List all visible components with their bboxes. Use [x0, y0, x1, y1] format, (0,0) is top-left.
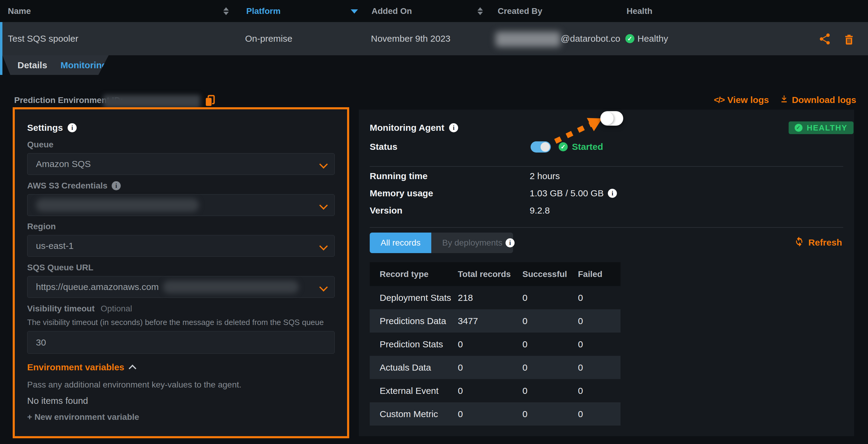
refresh-icon: [794, 236, 805, 249]
th-total-records: Total records: [458, 262, 511, 286]
caret-down-icon[interactable]: [351, 9, 358, 13]
refresh-label: Refresh: [808, 237, 842, 248]
environment-row[interactable]: Test SQS spooler On-premise November 9th…: [0, 22, 868, 55]
toggle-knob: [601, 112, 614, 125]
cell-total: 0: [458, 356, 463, 379]
region-select[interactable]: us-east-1: [27, 235, 335, 257]
th-failed: Failed: [578, 262, 602, 286]
info-icon[interactable]: [505, 238, 515, 247]
optional-tag: Optional: [101, 304, 132, 313]
column-header-platform[interactable]: Platform: [246, 0, 281, 22]
chevron-down-icon: [319, 160, 328, 169]
copy-icon[interactable]: [204, 94, 216, 108]
environment-name-link[interactable]: Test SQS spooler: [8, 22, 78, 55]
environment-variables-toggle[interactable]: Environment variables: [27, 362, 335, 373]
cell-failed: 0: [578, 356, 583, 379]
chevron-up-icon: [129, 364, 136, 372]
created-by-suffix: @datarobot.co: [561, 22, 620, 55]
table-row: Actuals Data 0 0 0: [370, 356, 621, 379]
trash-icon[interactable]: [843, 33, 855, 45]
cell-record-type: Prediction Stats: [380, 332, 443, 356]
sqs-url-redacted: [163, 280, 299, 293]
toggle-annotation[interactable]: [600, 111, 623, 126]
table-row: Deployment Stats 218 0 0: [370, 286, 621, 309]
column-header-created-by: Created By: [498, 0, 542, 22]
sqs-url-select[interactable]: https://queue.amazonaws.com: [27, 276, 335, 298]
download-logs-button[interactable]: Download logs: [779, 94, 856, 106]
settings-panel: Settings Queue Amazon SQS AWS S3 Credent…: [13, 107, 349, 438]
tab-strip: Details Monitoring: [2, 55, 108, 75]
sqs-url-label: SQS Queue URL: [27, 263, 335, 272]
sort-icon[interactable]: [223, 7, 229, 15]
cell-failed: 0: [578, 402, 583, 425]
download-logs-label: Download logs: [792, 95, 856, 105]
cell-successful: 0: [522, 402, 528, 425]
table-row: External Event 0 0 0: [370, 379, 621, 402]
dashed-arrow-annotation: [546, 113, 606, 149]
cell-total: 0: [458, 402, 463, 425]
tab-details[interactable]: Details: [18, 60, 47, 70]
region-value: us-east-1: [36, 241, 74, 251]
status-label: Status: [370, 142, 398, 151]
created-by-redacted: [496, 32, 560, 47]
records-table: Record type Total records Successful Fai…: [370, 262, 621, 425]
new-environment-variable-button[interactable]: + New environment variable: [27, 412, 335, 422]
info-icon[interactable]: [68, 123, 77, 132]
visibility-timeout-value: 30: [36, 337, 46, 348]
environment-variables-description: Pass any additional environment key-valu…: [27, 380, 335, 389]
visibility-timeout-input[interactable]: 30: [27, 331, 335, 354]
settings-title-text: Settings: [27, 123, 63, 133]
credentials-label-text: AWS S3 Credentials: [27, 181, 107, 190]
region-label: Region: [27, 222, 335, 231]
tab-by-deployments[interactable]: By deployments: [431, 233, 513, 253]
queue-label: Queue: [27, 141, 335, 149]
table-row: Custom Metric 0 0 0: [370, 402, 621, 425]
refresh-button[interactable]: Refresh: [794, 237, 842, 248]
th-record-type: Record type: [380, 262, 429, 286]
download-icon: [779, 94, 789, 106]
version-label: Version: [370, 206, 402, 215]
column-header-added-on[interactable]: Added On: [372, 0, 412, 22]
sqs-url-value: https://queue.amazonaws.com: [36, 282, 159, 292]
column-header-health: Health: [626, 0, 652, 22]
settings-title: Settings: [27, 122, 335, 133]
table-row: Predictions Data 3477 0 0: [370, 309, 621, 332]
divider: [370, 227, 843, 228]
monitoring-agent-title: Monitoring Agent: [370, 122, 458, 133]
cell-record-type: External Event: [380, 379, 438, 402]
tab-monitoring[interactable]: Monitoring: [60, 60, 107, 70]
check-circle-icon: [795, 124, 803, 132]
credentials-select[interactable]: [27, 194, 335, 216]
cell-successful: 0: [522, 356, 528, 379]
queue-select[interactable]: Amazon SQS: [27, 153, 335, 175]
cell-record-type: Deployment Stats: [380, 286, 451, 309]
environments-table-header: Name Platform Added On Created By Health: [0, 0, 868, 22]
column-header-name[interactable]: Name: [8, 0, 31, 22]
environment-added-on: November 9th 2023: [371, 22, 451, 55]
log-actions: </> View logs Download logs: [714, 93, 856, 107]
healthy-badge-label: HEALTHY: [807, 123, 847, 132]
info-icon[interactable]: [449, 123, 458, 132]
info-icon[interactable]: [608, 189, 617, 198]
sort-icon[interactable]: [477, 7, 483, 15]
cell-total: 218: [458, 286, 473, 309]
info-icon[interactable]: [112, 181, 121, 190]
visibility-timeout-label-text: Visibility timeout: [27, 304, 95, 313]
tab-all-records[interactable]: All records: [370, 233, 431, 253]
cell-failed: 0: [578, 309, 583, 332]
credentials-label: AWS S3 Credentials: [27, 181, 335, 190]
view-logs-label: View logs: [727, 95, 769, 105]
cell-record-type: Actuals Data: [380, 356, 431, 379]
share-icon[interactable]: [818, 33, 831, 45]
health-label: Healthy: [638, 33, 668, 44]
running-time-label: Running time: [370, 172, 428, 181]
cell-successful: 0: [522, 286, 528, 309]
prediction-environment-id-redacted: [103, 95, 200, 108]
memory-usage-text: 1.03 GB / 5.00 GB: [530, 189, 603, 198]
cell-successful: 0: [522, 332, 528, 356]
records-segmented-control: All records By deployments: [370, 233, 513, 253]
cell-successful: 0: [522, 309, 528, 332]
view-logs-button[interactable]: </> View logs: [714, 95, 769, 105]
divider: [370, 166, 843, 167]
chevron-down-icon: [319, 201, 328, 210]
